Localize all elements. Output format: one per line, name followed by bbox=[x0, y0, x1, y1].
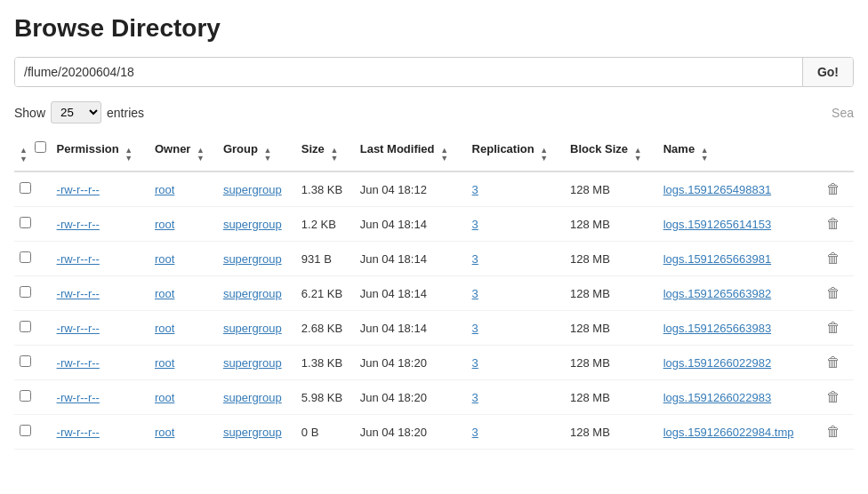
row-permission: -rw-r--r-- bbox=[52, 311, 149, 346]
row-group[interactable]: supergroup bbox=[218, 242, 296, 276]
row-checkbox-cell bbox=[14, 346, 52, 380]
row-owner[interactable]: root bbox=[149, 311, 218, 346]
delete-button[interactable]: 🗑 bbox=[823, 179, 844, 199]
table-row: -rw-r--r-- root supergroup 0 B Jun 04 18… bbox=[14, 415, 854, 450]
table-controls: Show 10 25 50 100 entries Sea bbox=[14, 101, 854, 124]
row-name[interactable]: logs.1591265663982 bbox=[658, 276, 818, 311]
row-size: 5.98 KB bbox=[296, 380, 355, 415]
row-permission: -rw-r--r-- bbox=[52, 276, 149, 311]
row-checkbox[interactable] bbox=[20, 217, 31, 228]
row-last-modified: Jun 04 18:20 bbox=[355, 346, 467, 380]
row-checkbox[interactable] bbox=[20, 182, 31, 194]
files-table: ▲▼ Permission ▲▼ Owner ▲▼ Group ▲▼ Size … bbox=[14, 134, 854, 450]
row-checkbox[interactable] bbox=[20, 425, 31, 436]
col-last-modified[interactable]: Last Modified ▲▼ bbox=[355, 134, 467, 171]
go-button[interactable]: Go! bbox=[802, 58, 853, 86]
table-row: -rw-r--r-- root supergroup 1.38 KB Jun 0… bbox=[14, 171, 854, 207]
col-permission[interactable]: Permission ▲▼ bbox=[52, 134, 149, 171]
delete-button[interactable]: 🗑 bbox=[823, 318, 844, 338]
row-checkbox-cell bbox=[14, 311, 52, 346]
row-replication[interactable]: 3 bbox=[467, 207, 565, 242]
row-checkbox-cell bbox=[14, 242, 52, 276]
row-replication[interactable]: 3 bbox=[467, 242, 565, 276]
select-all-checkbox[interactable] bbox=[35, 141, 46, 153]
row-checkbox[interactable] bbox=[20, 355, 31, 367]
row-replication[interactable]: 3 bbox=[467, 276, 565, 311]
col-size[interactable]: Size ▲▼ bbox=[296, 134, 355, 171]
row-permission: -rw-r--r-- bbox=[52, 346, 149, 380]
row-replication[interactable]: 3 bbox=[467, 171, 565, 207]
row-last-modified: Jun 04 18:14 bbox=[355, 311, 467, 346]
row-name[interactable]: logs.1591265498831 bbox=[658, 171, 818, 207]
col-permission-label: Permission bbox=[57, 142, 119, 155]
row-size: 931 B bbox=[296, 242, 355, 276]
row-name[interactable]: logs.1591266022983 bbox=[658, 380, 818, 415]
delete-button[interactable]: 🗑 bbox=[823, 283, 844, 303]
row-group[interactable]: supergroup bbox=[218, 207, 296, 242]
row-replication[interactable]: 3 bbox=[467, 311, 565, 346]
row-name[interactable]: logs.1591265663981 bbox=[658, 242, 818, 276]
row-group[interactable]: supergroup bbox=[218, 311, 296, 346]
col-name[interactable]: Name ▲▼ bbox=[658, 134, 818, 171]
row-block-size: 128 MB bbox=[565, 276, 658, 311]
row-block-size: 128 MB bbox=[565, 380, 658, 415]
delete-button[interactable]: 🗑 bbox=[823, 422, 844, 442]
row-group[interactable]: supergroup bbox=[218, 171, 296, 207]
col-group[interactable]: Group ▲▼ bbox=[218, 134, 296, 171]
row-name[interactable]: logs.1591265663983 bbox=[658, 311, 818, 346]
row-delete-cell: 🗑 bbox=[817, 171, 854, 207]
row-group[interactable]: supergroup bbox=[218, 380, 296, 415]
table-row: -rw-r--r-- root supergroup 2.68 KB Jun 0… bbox=[14, 311, 854, 346]
row-group[interactable]: supergroup bbox=[218, 276, 296, 311]
row-owner[interactable]: root bbox=[149, 415, 218, 450]
row-checkbox[interactable] bbox=[20, 390, 31, 402]
row-name[interactable]: logs.1591266022982 bbox=[658, 346, 818, 380]
delete-button[interactable]: 🗑 bbox=[823, 353, 844, 372]
row-last-modified: Jun 04 18:20 bbox=[355, 380, 467, 415]
row-owner[interactable]: root bbox=[149, 276, 218, 311]
row-owner[interactable]: root bbox=[149, 380, 218, 415]
row-owner[interactable]: root bbox=[149, 171, 218, 207]
row-size: 0 B bbox=[296, 415, 355, 450]
col-size-sort: ▲▼ bbox=[330, 147, 338, 163]
row-checkbox-cell bbox=[14, 171, 52, 207]
row-block-size: 128 MB bbox=[565, 207, 658, 242]
row-permission: -rw-r--r-- bbox=[52, 380, 149, 415]
delete-button[interactable]: 🗑 bbox=[823, 387, 844, 407]
col-block-size[interactable]: Block Size ▲▼ bbox=[565, 134, 658, 171]
row-size: 2.68 KB bbox=[296, 311, 355, 346]
search-label: Sea bbox=[832, 106, 854, 120]
entries-select[interactable]: 10 25 50 100 bbox=[51, 101, 101, 124]
delete-button[interactable]: 🗑 bbox=[823, 214, 844, 234]
col-group-sort: ▲▼ bbox=[264, 147, 272, 163]
path-input[interactable] bbox=[15, 58, 802, 86]
row-permission: -rw-r--r-- bbox=[52, 415, 149, 450]
row-checkbox[interactable] bbox=[20, 321, 31, 332]
row-checkbox[interactable] bbox=[20, 286, 31, 298]
row-checkbox-cell bbox=[14, 380, 52, 415]
col-replication[interactable]: Replication ▲▼ bbox=[467, 134, 565, 171]
row-replication[interactable]: 3 bbox=[467, 346, 565, 380]
row-replication[interactable]: 3 bbox=[467, 380, 565, 415]
select-all-header: ▲▼ bbox=[14, 134, 52, 171]
row-block-size: 128 MB bbox=[565, 346, 658, 380]
row-delete-cell: 🗑 bbox=[817, 380, 854, 415]
row-name[interactable]: logs.1591266022984.tmp bbox=[658, 415, 818, 450]
col-group-label: Group bbox=[223, 142, 258, 155]
row-size: 1.38 KB bbox=[296, 171, 355, 207]
col-owner[interactable]: Owner ▲▼ bbox=[149, 134, 218, 171]
row-owner[interactable]: root bbox=[149, 346, 218, 380]
row-owner[interactable]: root bbox=[149, 207, 218, 242]
col-size-label: Size bbox=[301, 142, 325, 155]
row-replication[interactable]: 3 bbox=[467, 415, 565, 450]
row-last-modified: Jun 04 18:20 bbox=[355, 415, 467, 450]
row-group[interactable]: supergroup bbox=[218, 415, 296, 450]
row-name[interactable]: logs.1591265614153 bbox=[658, 207, 818, 242]
row-group[interactable]: supergroup bbox=[218, 346, 296, 380]
row-checkbox-cell bbox=[14, 207, 52, 242]
row-owner[interactable]: root bbox=[149, 242, 218, 276]
col-actions bbox=[817, 134, 854, 171]
delete-button[interactable]: 🗑 bbox=[823, 249, 844, 268]
row-checkbox[interactable] bbox=[20, 251, 31, 263]
row-checkbox-cell bbox=[14, 276, 52, 311]
